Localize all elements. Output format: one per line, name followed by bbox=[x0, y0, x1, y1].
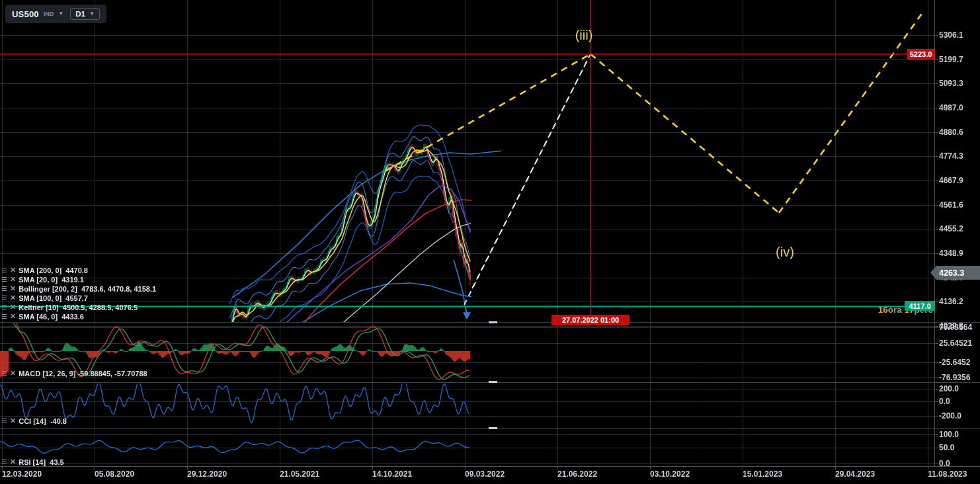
price-tick-label: -76.9356 bbox=[939, 373, 970, 382]
chevron-down-icon: ▼ bbox=[89, 11, 95, 17]
crosshair-time-label: 27.07.2022 01:00 bbox=[551, 315, 630, 325]
settings-icon[interactable]: ☰ bbox=[1, 295, 7, 302]
indicator-name: RSI bbox=[19, 458, 30, 466]
indicator-name: MACD bbox=[19, 370, 40, 378]
legend-row-sma20: ☰✕ SMA [20, 0] 4319.1 bbox=[1, 275, 84, 284]
time-tick-label: 15.01.2023 bbox=[743, 469, 782, 479]
settings-icon[interactable]: ☰ bbox=[1, 459, 7, 465]
indicator-values: 4433.6 bbox=[61, 313, 84, 321]
countdown-hours-unit: óra bbox=[888, 305, 902, 315]
settings-icon[interactable]: ☰ bbox=[1, 267, 7, 274]
indicator-name: SMA bbox=[19, 294, 34, 302]
indicator-params: [200, 0] bbox=[36, 266, 61, 274]
settings-icon[interactable]: ☰ bbox=[1, 276, 7, 283]
legend-row-sma200: ☰✕ SMA [200, 0] 4470.8 bbox=[1, 266, 88, 274]
indicator-params: [100, 0] bbox=[36, 294, 61, 302]
close-icon[interactable]: ✕ bbox=[10, 370, 16, 377]
indicator-values: 43.5 bbox=[50, 458, 63, 466]
close-icon[interactable]: ✕ bbox=[10, 417, 16, 424]
settings-icon[interactable]: ☰ bbox=[1, 370, 7, 377]
price-tick-label: 100.0 bbox=[939, 430, 959, 439]
indicator-values: 4319.1 bbox=[61, 276, 84, 284]
price-tick-label: 4561.6 bbox=[939, 200, 963, 210]
legend-row-cci: ☰✕ CCI [14] -40.8 bbox=[1, 417, 67, 425]
price-chart-canvas[interactable] bbox=[0, 0, 980, 484]
target-price-label: 4117.0 bbox=[905, 301, 935, 311]
settings-icon[interactable]: ☰ bbox=[1, 304, 7, 311]
timeframe-label: D1 bbox=[75, 10, 85, 18]
time-tick-label: 12.03.2020 bbox=[2, 469, 42, 479]
wave-label-iii[interactable]: (iii) bbox=[569, 28, 598, 43]
indicator-params: [12, 26, 9] bbox=[42, 370, 75, 378]
indicator-values: -40.8 bbox=[50, 417, 67, 425]
indicator-values: -59.88845, -57.70788 bbox=[77, 370, 147, 378]
time-tick-label: 21.05.2021 bbox=[280, 469, 319, 479]
close-icon[interactable]: ✕ bbox=[10, 285, 16, 292]
indicator-name: SMA bbox=[19, 313, 34, 321]
market-type-label: IND bbox=[44, 11, 54, 17]
current-price-tag: 4263.3 bbox=[930, 266, 980, 280]
price-tick-label: 4455.2 bbox=[939, 224, 963, 233]
price-tick-label: 76.93564 bbox=[939, 323, 972, 332]
countdown-hours: 16 bbox=[878, 305, 888, 315]
price-tick-label: -200.0 bbox=[939, 411, 961, 421]
settings-icon[interactable]: ☰ bbox=[1, 313, 7, 320]
chart-window: US500 IND ▼ D1 ▼ ☰✕ SMA [200, 0] 4470.8 … bbox=[0, 0, 980, 484]
price-tick-label: 5306.1 bbox=[939, 30, 963, 40]
price-tick-label: -25.6452 bbox=[939, 358, 970, 367]
legend-row-sma100: ☰✕ SMA [100, 0] 4557.7 bbox=[1, 294, 88, 302]
indicator-name: CCI bbox=[19, 417, 31, 425]
price-tick-label: 25.64521 bbox=[939, 339, 972, 348]
close-icon[interactable]: ✕ bbox=[10, 276, 16, 283]
price-tick-label: 5093.3 bbox=[939, 79, 963, 88]
time-tick-label: 03.10.2022 bbox=[650, 469, 690, 479]
price-tick-label: 4136.2 bbox=[939, 297, 963, 306]
indicator-name: SMA bbox=[19, 276, 34, 284]
indicator-values: 4500.5, 4288.5, 4076.5 bbox=[63, 303, 138, 311]
close-icon[interactable]: ✕ bbox=[10, 458, 16, 465]
indicator-params: [20, 0] bbox=[36, 276, 58, 284]
crosshair-price-label: 5223.0 bbox=[907, 49, 934, 60]
time-tick-label: 14.10.2021 bbox=[372, 469, 412, 479]
symbol-selector[interactable]: US500 IND ▼ bbox=[12, 9, 63, 19]
timeframe-selector[interactable]: D1 ▼ bbox=[70, 8, 100, 20]
time-tick-label: 05.08.2020 bbox=[95, 469, 134, 479]
indicator-name: Keltner bbox=[19, 303, 44, 311]
price-tick-label: 4987.0 bbox=[939, 103, 963, 112]
price-tick-label: 0.0 bbox=[939, 459, 950, 468]
price-tick-label: 4880.6 bbox=[939, 128, 963, 137]
time-tick-label: 09.03.2022 bbox=[465, 469, 505, 479]
legend-row-sma46: ☰✕ SMA [46, 0] 4433.6 bbox=[1, 312, 84, 321]
time-tick-label: 21.06.2022 bbox=[557, 469, 597, 479]
close-icon[interactable]: ✕ bbox=[10, 313, 16, 320]
legend-row-macd: ☰✕ MACD [12, 26, 9] -59.88845, -57.70788 bbox=[1, 369, 147, 378]
symbol-label: US500 bbox=[12, 9, 39, 19]
price-tick-label: 4667.9 bbox=[939, 176, 963, 185]
indicator-name: SMA bbox=[19, 266, 34, 274]
legend-row-rsi: ☰✕ RSI [14] 43.5 bbox=[1, 458, 64, 466]
indicator-values: 4783.6, 4470.8, 4158.1 bbox=[81, 285, 156, 293]
price-tick-label: 200.0 bbox=[939, 384, 959, 393]
indicator-name: Bollinger bbox=[19, 285, 50, 293]
time-tick-label: 11.08.2023 bbox=[928, 469, 967, 479]
time-tick-label: 29.04.2023 bbox=[835, 469, 875, 479]
settings-icon[interactable]: ☰ bbox=[1, 418, 7, 424]
indicator-params: [14] bbox=[33, 417, 46, 425]
settings-icon[interactable]: ☰ bbox=[1, 286, 7, 292]
chevron-down-icon: ▼ bbox=[58, 11, 63, 17]
close-icon[interactable]: ✕ bbox=[10, 303, 16, 311]
price-tick-label: 5199.7 bbox=[939, 55, 963, 64]
price-tick-label: 4348.9 bbox=[939, 249, 963, 258]
wave-label-iv[interactable]: (iv) bbox=[769, 245, 801, 260]
price-tick-label: 0.0 bbox=[939, 397, 950, 406]
indicator-values: 4557.7 bbox=[65, 294, 88, 302]
close-icon[interactable]: ✕ bbox=[10, 266, 16, 274]
close-icon[interactable]: ✕ bbox=[10, 294, 16, 302]
indicator-params: [200, 2] bbox=[52, 285, 77, 293]
price-tick-label: 4774.3 bbox=[939, 151, 963, 161]
legend-row-keltner: ☰✕ Keltner [10] 4500.5, 4288.5, 4076.5 bbox=[1, 303, 138, 311]
indicator-params: [14] bbox=[33, 458, 46, 466]
indicator-params: [46, 0] bbox=[36, 313, 58, 321]
indicator-params: [10] bbox=[46, 303, 59, 311]
legend-row-bollinger: ☰✕ Bollinger [200, 2] 4783.6, 4470.8, 41… bbox=[1, 284, 156, 293]
